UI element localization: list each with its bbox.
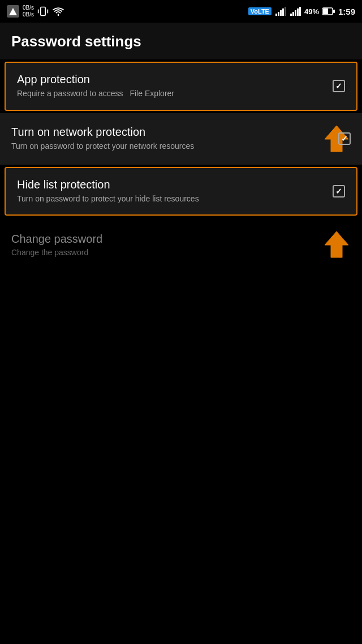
svg-rect-2	[41, 7, 45, 16]
svg-rect-16	[323, 8, 328, 14]
network-protection-text: Turn on network protection Turn on passw…	[11, 126, 322, 152]
hide-list-protection-subtitle: Turn on password to protect your hide li…	[17, 194, 326, 205]
svg-rect-17	[333, 10, 335, 13]
network-protection-item[interactable]: Turn on network protection Turn on passw…	[0, 113, 362, 165]
hide-list-protection-checkbox[interactable]	[333, 185, 345, 198]
svg-marker-19	[325, 231, 348, 257]
app-protection-text: App protection Require a password to acc…	[17, 73, 333, 100]
status-right: VoLTE 49% 1:59	[248, 7, 355, 16]
wifi-icon	[52, 6, 64, 16]
signal-icon-2	[290, 7, 301, 16]
svg-rect-10	[290, 14, 292, 16]
svg-rect-14	[299, 7, 301, 16]
svg-rect-6	[278, 12, 279, 16]
page-title: Password settings	[0, 23, 362, 59]
battery-icon	[322, 7, 335, 15]
hide-list-protection-item[interactable]: Hide list protection Turn on password to…	[5, 167, 357, 216]
svg-rect-8	[282, 8, 284, 16]
change-password-arrow-icon	[322, 229, 351, 260]
volte-badge: VoLTE	[248, 7, 272, 15]
app-protection-checkbox[interactable]	[333, 80, 345, 92]
change-password-title: Change password	[11, 233, 102, 246]
svg-rect-11	[292, 12, 294, 16]
network-protection-subtitle: Turn on password to protect your network…	[11, 141, 316, 152]
svg-rect-13	[297, 8, 299, 16]
app-icon	[7, 5, 19, 18]
settings-container: App protection Require a password to acc…	[0, 62, 362, 272]
status-left: 0B/s 0B/s	[7, 5, 64, 18]
app-protection-title: App protection	[17, 73, 326, 86]
speed-indicator: 0B/s 0B/s	[23, 5, 34, 18]
svg-rect-12	[295, 10, 296, 16]
network-protection-wrapper: Turn on network protection Turn on passw…	[11, 123, 351, 154]
app-protection-item[interactable]: App protection Require a password to acc…	[5, 62, 357, 111]
network-protection-title: Turn on network protection	[11, 126, 316, 139]
battery-percent: 49%	[304, 7, 319, 16]
svg-rect-9	[285, 7, 286, 16]
app-name-label: File Explorer	[130, 89, 174, 98]
hide-list-protection-title: Hide list protection	[17, 178, 326, 191]
app-protection-subtitle: Require a password to access File Explor…	[17, 88, 326, 100]
hide-list-protection-text: Hide list protection Turn on password to…	[17, 178, 333, 205]
network-protection-checkbox[interactable]	[338, 132, 351, 145]
svg-rect-7	[280, 10, 282, 16]
status-bar: 0B/s 0B/s VoLTE	[0, 0, 362, 23]
change-password-text: Change password Change the password	[11, 233, 102, 257]
signal-icon-1	[275, 7, 286, 16]
change-password-subtitle: Change the password	[11, 248, 102, 257]
svg-rect-5	[275, 14, 277, 16]
vibrate-icon	[37, 6, 49, 17]
change-password-section[interactable]: Change password Change the password	[0, 218, 362, 272]
time-display: 1:59	[338, 7, 355, 16]
